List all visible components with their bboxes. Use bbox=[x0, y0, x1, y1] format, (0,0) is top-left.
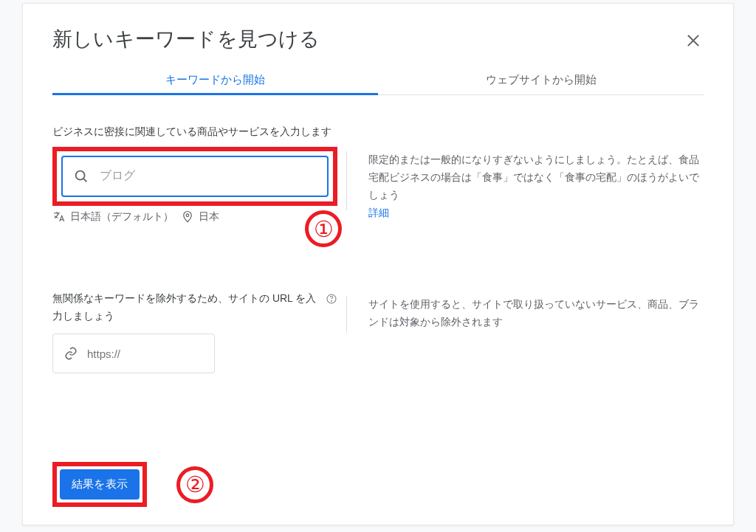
keyword-input[interactable] bbox=[100, 170, 320, 183]
tab-start-website[interactable]: ウェブサイトから開始 bbox=[378, 66, 704, 94]
search-icon bbox=[73, 168, 89, 184]
url-input-label: 無関係なキーワードを除外するため、サイトの URL を入力しましょう bbox=[52, 290, 321, 325]
close-button[interactable] bbox=[678, 26, 708, 55]
svg-point-2 bbox=[76, 170, 85, 179]
close-icon bbox=[685, 32, 701, 49]
details-link[interactable]: 詳細 bbox=[368, 207, 389, 220]
svg-point-6 bbox=[331, 300, 332, 301]
help-icon[interactable] bbox=[326, 293, 337, 305]
submit-button[interactable]: 結果を表示 bbox=[60, 469, 140, 500]
annotation-badge-2: ② bbox=[176, 466, 213, 503]
link-icon bbox=[63, 346, 78, 361]
url-field[interactable] bbox=[52, 334, 215, 373]
dialog-title: 新しいキーワードを見つける bbox=[52, 26, 704, 52]
keyword-input-label: ビジネスに密接に関連している商品やサービスを入力します bbox=[52, 123, 337, 141]
keyword-hint: 限定的または一般的になりすぎないようにしましょう。たとえば、食品宅配ビジネスの場… bbox=[368, 151, 704, 204]
tab-start-keywords[interactable]: キーワードから開始 bbox=[52, 66, 378, 94]
location-value: 日本 bbox=[199, 210, 219, 224]
svg-line-3 bbox=[83, 179, 86, 182]
url-input[interactable] bbox=[87, 348, 227, 360]
keyword-dialog: 新しいキーワードを見つける キーワードから開始 ウェブサイトから開始 ビジネスに… bbox=[22, 3, 734, 525]
annotation-badge-1: ① bbox=[305, 210, 342, 247]
annotation-highlight-1 bbox=[52, 147, 337, 206]
locale-row: 日本語（デフォルト） 日本 bbox=[52, 210, 337, 224]
location-selector[interactable]: 日本 bbox=[181, 210, 219, 224]
translate-icon bbox=[52, 210, 66, 224]
language-value: 日本語（デフォルト） bbox=[70, 210, 173, 224]
keyword-search-field[interactable] bbox=[61, 156, 329, 197]
tab-bar: キーワードから開始 ウェブサイトから開始 bbox=[52, 66, 704, 95]
language-selector[interactable]: 日本語（デフォルト） bbox=[52, 210, 173, 224]
url-hint: サイトを使用すると、サイトで取り扱っていないサービス、商品、ブランドは対象から除… bbox=[368, 296, 704, 331]
svg-point-4 bbox=[186, 214, 189, 217]
location-icon bbox=[181, 210, 194, 224]
annotation-highlight-2: 結果を表示 bbox=[52, 462, 147, 507]
